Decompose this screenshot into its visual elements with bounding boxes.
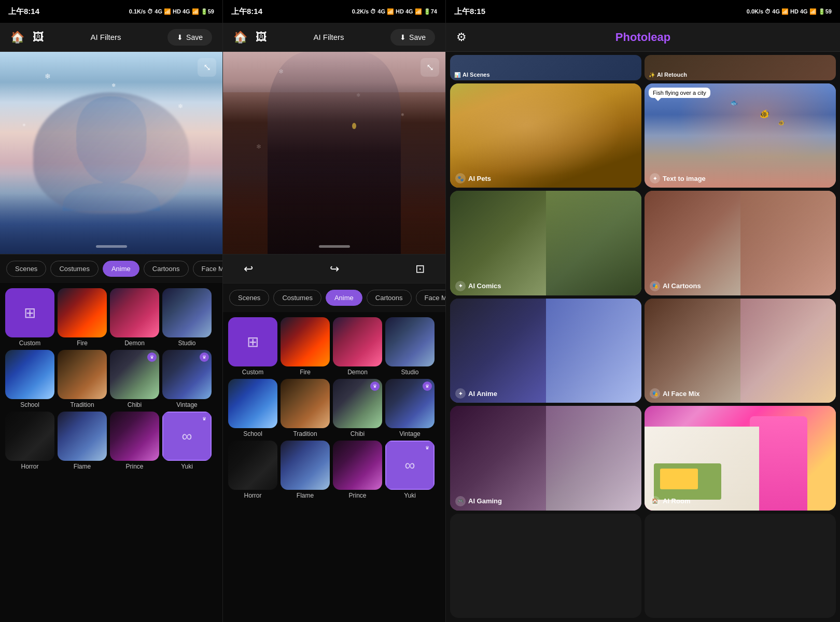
- filter-tradition-2[interactable]: Tradition: [281, 379, 330, 437]
- filter-custom-2[interactable]: ⊞ Custom: [228, 317, 277, 376]
- portrait-1: ❄ ❄ ❄ ❄ 👤 ⤡: [0, 52, 222, 254]
- undo-btn-2[interactable]: ↩: [244, 262, 253, 276]
- tab-scenes-1[interactable]: Scenes: [6, 261, 46, 277]
- feature-label-ai-face-mix: 🎭 AI Face Mix: [650, 388, 700, 399]
- undo-bar-2: ↩ ↪ ⊡: [223, 254, 445, 283]
- ai-filters-label-2: AI Filters: [313, 33, 344, 41]
- filter-horror-2[interactable]: Horror: [228, 441, 277, 499]
- battery-3: 🔋59: [818, 8, 832, 15]
- top-bar-left-2: 🏠 🖼: [233, 31, 267, 44]
- filter-chibi-2[interactable]: ♛ Chibi: [333, 379, 382, 437]
- battery-2: 🔋74: [424, 8, 437, 15]
- features-grid: 🐾 AI Pets 🐠 🐟 🐠 Fish flying over a city …: [446, 80, 840, 622]
- tab-scenes-2[interactable]: Scenes: [229, 290, 269, 306]
- feature-label-ai-gaming: 🎮 AI Gaming: [455, 496, 502, 506]
- filter-tabs-1: Scenes Costumes Anime Cartoons Face Mix …: [0, 254, 222, 283]
- filter-vintage-1[interactable]: ♛ Vintage: [162, 350, 212, 408]
- tab-anime-1[interactable]: Anime: [103, 261, 139, 277]
- ai-face-mix-icon: 🎭: [650, 388, 660, 399]
- status-bar-3: 上午8:15 0.0K/s ⏱ 4G 📶 HD 4G 📶 🔋59: [446, 0, 840, 23]
- status-icons-2: 0.2K/s ⏱ 4G 📶 HD 4G 📶 🔋74: [352, 8, 437, 15]
- ai-gaming-icon: 🎮: [455, 496, 466, 506]
- time-3: 上午8:15: [454, 7, 485, 17]
- tab-costumes-1[interactable]: Costumes: [50, 261, 99, 277]
- tab-cartoons-2[interactable]: Cartoons: [367, 290, 412, 306]
- save-icon-1: ⬇: [177, 33, 183, 41]
- tab-cartoons-1[interactable]: Cartoons: [144, 261, 189, 277]
- filters-grid-2: ⊞ Custom Fire Demon Studio School: [223, 312, 445, 622]
- scroll-handle-2: [319, 245, 350, 248]
- filter-studio-2[interactable]: Studio: [385, 317, 435, 376]
- photo-icon-2[interactable]: 🖼: [256, 31, 267, 44]
- filters-row-3-2: Horror Flame Prince ∞♛ Yuki: [228, 441, 440, 499]
- feature-text-to-image[interactable]: 🐠 🐟 🐠 Fish flying over a city ✦ Text to …: [645, 83, 836, 188]
- filter-tabs-2: Scenes Costumes Anime Cartoons Face Mix …: [223, 283, 445, 312]
- gear-icon[interactable]: ⚙: [456, 31, 477, 44]
- save-btn-1[interactable]: ⬇ Save: [167, 29, 212, 46]
- feature-ai-room[interactable]: 🏠 AI Room: [645, 406, 836, 510]
- ai-anime-icon: ✦: [455, 388, 466, 399]
- speed-3: 0.0K/s: [747, 8, 763, 15]
- main-image-1: ❄ ❄ ❄ ❄ 👤 ⤡: [0, 52, 222, 254]
- redo-btn-2[interactable]: ↪: [330, 262, 339, 276]
- feature-ai-cartoons[interactable]: 🎭 AI Cartoons: [645, 191, 836, 295]
- save-btn-2[interactable]: ⬇ Save: [390, 29, 435, 46]
- filter-fire-1[interactable]: Fire: [58, 288, 107, 347]
- feature-label-ai-cartoons: 🎭 AI Cartoons: [650, 281, 701, 291]
- partial-card-retouch[interactable]: ✨ AI Retouch: [645, 55, 836, 80]
- feature-label-ai-comics: ✦ AI Comics: [455, 281, 501, 291]
- status-bar-1: 上午8:14 0.1K/s ⏱ 4G 📶 HD 4G 📶 🔋59: [0, 0, 222, 23]
- filter-studio-1[interactable]: Studio: [162, 288, 212, 347]
- filter-yuki-1[interactable]: ∞♛ Yuki: [162, 412, 212, 470]
- filters-row-1-1: ⊞ Custom Fire Demon Studio: [5, 288, 217, 347]
- ai-room-icon: 🏠: [650, 496, 660, 506]
- tab-costumes-2[interactable]: Costumes: [273, 290, 321, 306]
- filters-grid-1: ⊞ Custom Fire Demon Studio School: [0, 283, 222, 622]
- panel-1: 上午8:14 0.1K/s ⏱ 4G 📶 HD 4G 📶 🔋59 🏠 🖼 AI …: [0, 0, 223, 622]
- tab-facemix-1[interactable]: Face Mix: [193, 261, 222, 277]
- panel-3: 上午8:15 0.0K/s ⏱ 4G 📶 HD 4G 📶 🔋59 ⚙ Photo…: [446, 0, 840, 622]
- filter-prince-2[interactable]: Prince: [333, 441, 382, 499]
- top-bar-left-1: 🏠 🖼: [10, 31, 44, 44]
- filter-fire-2[interactable]: Fire: [281, 317, 330, 376]
- filter-tradition-1[interactable]: Tradition: [58, 350, 107, 408]
- feature-ai-comics[interactable]: ✦ AI Comics: [450, 191, 641, 295]
- filters-row-3-1: Horror Flame Prince ∞♛ Yuki: [5, 412, 217, 470]
- feature-placeholder-1: [450, 514, 641, 618]
- ai-cartoons-icon: 🎭: [650, 281, 660, 291]
- compare-btn-2[interactable]: ⊡: [415, 262, 425, 276]
- expand-btn-1[interactable]: ⤡: [198, 58, 216, 77]
- top-bar-1: 🏠 🖼 AI Filters ⬇ Save: [0, 23, 222, 52]
- home-icon-2[interactable]: 🏠: [233, 31, 247, 44]
- feature-ai-gaming[interactable]: 🎮 AI Gaming: [450, 406, 641, 510]
- filter-yuki-2[interactable]: ∞♛ Yuki: [385, 441, 435, 499]
- feature-ai-face-mix[interactable]: 🎭 AI Face Mix: [645, 299, 836, 403]
- filter-school-1[interactable]: School: [5, 350, 54, 408]
- status-icons-1: 0.1K/s ⏱ 4G 📶 HD 4G 📶 🔋59: [129, 8, 214, 15]
- filter-flame-2[interactable]: Flame: [281, 441, 330, 499]
- tab-anime-2[interactable]: Anime: [326, 290, 362, 306]
- top-bar-2: 🏠 🖼 AI Filters ⬇ Save: [223, 23, 445, 52]
- home-icon-1[interactable]: 🏠: [10, 31, 24, 44]
- photo-icon-1[interactable]: 🖼: [33, 31, 44, 44]
- tab-facemix-2[interactable]: Face Mix: [416, 290, 445, 306]
- filter-flame-1[interactable]: Flame: [58, 412, 107, 470]
- filter-prince-1[interactable]: Prince: [110, 412, 159, 470]
- filters-row-2-1: School Tradition ♛ Chibi ♛ Vintage: [5, 350, 217, 408]
- partial-card-scenes[interactable]: 📊 AI Scenes: [450, 55, 641, 80]
- filter-vintage-2[interactable]: ♛ Vintage: [385, 379, 435, 437]
- feature-ai-pets[interactable]: 🐾 AI Pets: [450, 83, 641, 188]
- filter-school-2[interactable]: School: [228, 379, 277, 437]
- filter-demon-2[interactable]: Demon: [333, 317, 382, 376]
- filter-custom-1[interactable]: ⊞ Custom: [5, 288, 54, 347]
- filter-chibi-1[interactable]: ♛ Chibi: [110, 350, 159, 408]
- filter-horror-1[interactable]: Horror: [5, 412, 54, 470]
- expand-btn-2[interactable]: ⤡: [421, 58, 439, 77]
- panel-2: 上午8:14 0.2K/s ⏱ 4G 📶 HD 4G 📶 🔋74 🏠 🖼 AI …: [223, 0, 446, 622]
- feature-label-ai-pets: 🐾 AI Pets: [455, 173, 491, 183]
- feature-ai-anime[interactable]: ✦ AI Anime: [450, 299, 641, 403]
- filter-demon-1[interactable]: Demon: [110, 288, 159, 347]
- feature-placeholder-2: [645, 514, 836, 618]
- photoleap-topbar: ⚙ Photoleap: [446, 23, 840, 52]
- signal-icons-1: ⏱ 4G 📶 HD 4G 📶: [147, 8, 199, 15]
